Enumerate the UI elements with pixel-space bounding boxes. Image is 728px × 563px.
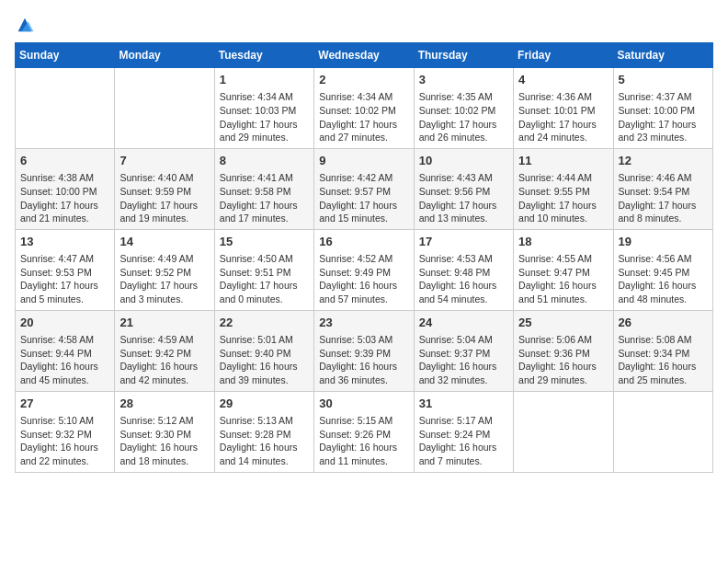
day-number: 29	[220, 396, 309, 412]
header-cell-monday: Monday	[115, 43, 214, 68]
day-number: 9	[319, 153, 408, 169]
calendar-cell: 14Sunrise: 4:49 AMSunset: 9:52 PMDayligh…	[115, 229, 214, 310]
day-number: 10	[419, 153, 508, 169]
calendar-cell: 16Sunrise: 4:52 AMSunset: 9:49 PMDayligh…	[314, 229, 414, 310]
day-info: Sunrise: 4:56 AMSunset: 9:45 PMDaylight:…	[619, 252, 708, 306]
day-info: Sunrise: 4:43 AMSunset: 9:56 PMDaylight:…	[419, 171, 508, 225]
day-number: 2	[319, 72, 408, 88]
day-info: Sunrise: 4:46 AMSunset: 9:54 PMDaylight:…	[619, 171, 708, 225]
day-number: 4	[518, 72, 608, 88]
day-info: Sunrise: 4:58 AMSunset: 9:44 PMDaylight:…	[20, 333, 109, 387]
calendar-cell: 5Sunrise: 4:37 AMSunset: 10:00 PMDayligh…	[613, 68, 712, 149]
calendar-cell: 13Sunrise: 4:47 AMSunset: 9:53 PMDayligh…	[16, 229, 115, 310]
calendar-cell: 28Sunrise: 5:12 AMSunset: 9:30 PMDayligh…	[115, 391, 214, 472]
day-info: Sunrise: 5:13 AMSunset: 9:28 PMDaylight:…	[220, 414, 309, 468]
day-info: Sunrise: 5:06 AMSunset: 9:36 PMDaylight:…	[518, 333, 608, 387]
day-number: 28	[119, 396, 209, 412]
day-number: 8	[220, 153, 309, 169]
day-info: Sunrise: 5:15 AMSunset: 9:26 PMDaylight:…	[319, 414, 408, 468]
page-header	[15, 15, 713, 35]
calendar-cell: 29Sunrise: 5:13 AMSunset: 9:28 PMDayligh…	[214, 391, 313, 472]
day-number: 26	[619, 315, 708, 331]
day-info: Sunrise: 5:04 AMSunset: 9:37 PMDaylight:…	[419, 333, 508, 387]
calendar-week-5: 27Sunrise: 5:10 AMSunset: 9:32 PMDayligh…	[16, 391, 713, 472]
calendar-cell: 20Sunrise: 4:58 AMSunset: 9:44 PMDayligh…	[16, 310, 115, 391]
calendar-cell: 8Sunrise: 4:41 AMSunset: 9:58 PMDaylight…	[214, 148, 313, 229]
day-info: Sunrise: 4:44 AMSunset: 9:55 PMDaylight:…	[518, 171, 608, 225]
calendar-header: SundayMondayTuesdayWednesdayThursdayFrid…	[16, 43, 713, 68]
day-info: Sunrise: 4:37 AMSunset: 10:00 PMDaylight…	[619, 90, 708, 144]
calendar-cell: 10Sunrise: 4:43 AMSunset: 9:56 PMDayligh…	[414, 148, 513, 229]
day-number: 21	[119, 315, 209, 331]
calendar-cell: 11Sunrise: 4:44 AMSunset: 9:55 PMDayligh…	[514, 148, 613, 229]
day-number: 19	[619, 234, 708, 250]
calendar-cell: 4Sunrise: 4:36 AMSunset: 10:01 PMDayligh…	[514, 68, 613, 149]
calendar-cell: 7Sunrise: 4:40 AMSunset: 9:59 PMDaylight…	[115, 148, 214, 229]
calendar-body: 1Sunrise: 4:34 AMSunset: 10:03 PMDayligh…	[16, 68, 713, 473]
day-info: Sunrise: 5:03 AMSunset: 9:39 PMDaylight:…	[319, 333, 408, 387]
calendar-week-3: 13Sunrise: 4:47 AMSunset: 9:53 PMDayligh…	[16, 229, 713, 310]
calendar-cell: 1Sunrise: 4:34 AMSunset: 10:03 PMDayligh…	[214, 68, 313, 149]
calendar-week-1: 1Sunrise: 4:34 AMSunset: 10:03 PMDayligh…	[16, 68, 713, 149]
day-info: Sunrise: 5:08 AMSunset: 9:34 PMDaylight:…	[619, 333, 708, 387]
calendar-cell: 21Sunrise: 4:59 AMSunset: 9:42 PMDayligh…	[115, 310, 214, 391]
day-number: 7	[119, 153, 209, 169]
calendar-cell: 18Sunrise: 4:55 AMSunset: 9:47 PMDayligh…	[514, 229, 613, 310]
day-number: 16	[319, 234, 408, 250]
day-info: Sunrise: 4:34 AMSunset: 10:03 PMDaylight…	[220, 90, 309, 144]
calendar-cell: 22Sunrise: 5:01 AMSunset: 9:40 PMDayligh…	[214, 310, 313, 391]
calendar-cell	[115, 68, 214, 149]
day-number: 5	[619, 72, 708, 88]
day-number: 12	[619, 153, 708, 169]
day-info: Sunrise: 4:38 AMSunset: 10:00 PMDaylight…	[20, 171, 109, 225]
calendar-cell: 24Sunrise: 5:04 AMSunset: 9:37 PMDayligh…	[414, 310, 513, 391]
day-info: Sunrise: 4:35 AMSunset: 10:02 PMDaylight…	[419, 90, 508, 144]
day-number: 6	[20, 153, 109, 169]
day-number: 30	[319, 396, 408, 412]
calendar-cell: 30Sunrise: 5:15 AMSunset: 9:26 PMDayligh…	[314, 391, 414, 472]
day-info: Sunrise: 4:53 AMSunset: 9:48 PMDaylight:…	[419, 252, 508, 306]
day-number: 23	[319, 315, 408, 331]
calendar-cell: 27Sunrise: 5:10 AMSunset: 9:32 PMDayligh…	[16, 391, 115, 472]
day-number: 13	[20, 234, 109, 250]
day-number: 17	[419, 234, 508, 250]
calendar-week-4: 20Sunrise: 4:58 AMSunset: 9:44 PMDayligh…	[16, 310, 713, 391]
calendar-cell: 19Sunrise: 4:56 AMSunset: 9:45 PMDayligh…	[613, 229, 712, 310]
header-cell-saturday: Saturday	[613, 43, 712, 68]
day-info: Sunrise: 5:12 AMSunset: 9:30 PMDaylight:…	[119, 414, 209, 468]
calendar-cell	[613, 391, 712, 472]
calendar-cell: 23Sunrise: 5:03 AMSunset: 9:39 PMDayligh…	[314, 310, 414, 391]
calendar-cell	[514, 391, 613, 472]
calendar-cell: 12Sunrise: 4:46 AMSunset: 9:54 PMDayligh…	[613, 148, 712, 229]
day-info: Sunrise: 4:42 AMSunset: 9:57 PMDaylight:…	[319, 171, 408, 225]
day-info: Sunrise: 5:17 AMSunset: 9:24 PMDaylight:…	[419, 414, 508, 468]
header-cell-thursday: Thursday	[414, 43, 513, 68]
header-cell-wednesday: Wednesday	[314, 43, 414, 68]
day-number: 22	[220, 315, 309, 331]
calendar-cell: 31Sunrise: 5:17 AMSunset: 9:24 PMDayligh…	[414, 391, 513, 472]
day-number: 27	[20, 396, 109, 412]
calendar-week-2: 6Sunrise: 4:38 AMSunset: 10:00 PMDayligh…	[16, 148, 713, 229]
day-info: Sunrise: 4:40 AMSunset: 9:59 PMDaylight:…	[119, 171, 209, 225]
calendar-cell: 6Sunrise: 4:38 AMSunset: 10:00 PMDayligh…	[16, 148, 115, 229]
day-number: 14	[119, 234, 209, 250]
day-info: Sunrise: 4:36 AMSunset: 10:01 PMDaylight…	[518, 90, 608, 144]
calendar-cell: 3Sunrise: 4:35 AMSunset: 10:02 PMDayligh…	[414, 68, 513, 149]
day-number: 31	[419, 396, 508, 412]
day-info: Sunrise: 4:59 AMSunset: 9:42 PMDaylight:…	[119, 333, 209, 387]
day-number: 25	[518, 315, 608, 331]
day-info: Sunrise: 4:50 AMSunset: 9:51 PMDaylight:…	[220, 252, 309, 306]
day-number: 3	[419, 72, 508, 88]
day-info: Sunrise: 4:34 AMSunset: 10:02 PMDaylight…	[319, 90, 408, 144]
calendar-cell	[16, 68, 115, 149]
day-number: 24	[419, 315, 508, 331]
calendar-cell: 25Sunrise: 5:06 AMSunset: 9:36 PMDayligh…	[514, 310, 613, 391]
day-info: Sunrise: 5:01 AMSunset: 9:40 PMDaylight:…	[220, 333, 309, 387]
header-cell-friday: Friday	[514, 43, 613, 68]
calendar-table: SundayMondayTuesdayWednesdayThursdayFrid…	[15, 42, 713, 473]
logo-icon	[15, 15, 35, 35]
calendar-cell: 15Sunrise: 4:50 AMSunset: 9:51 PMDayligh…	[214, 229, 313, 310]
day-number: 15	[220, 234, 309, 250]
header-cell-sunday: Sunday	[16, 43, 115, 68]
day-info: Sunrise: 5:10 AMSunset: 9:32 PMDaylight:…	[20, 414, 109, 468]
